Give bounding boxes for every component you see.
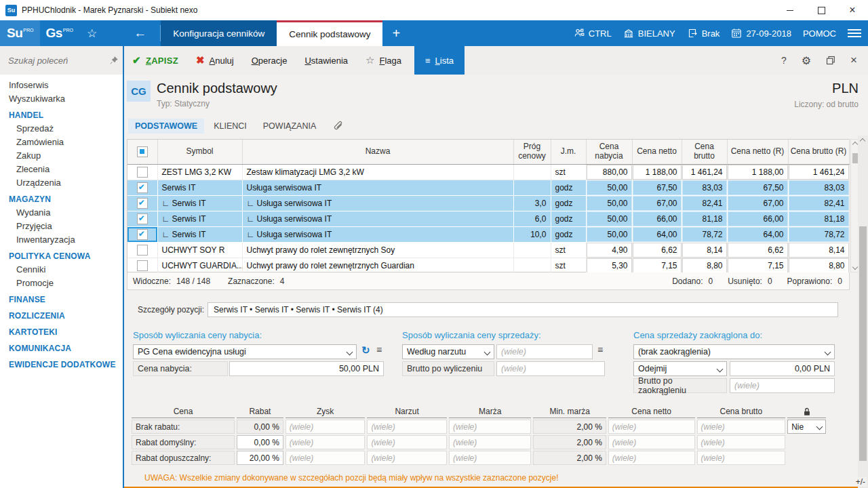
cell-cena-brutto[interactable]: 82,41: [682, 196, 727, 211]
pin-icon[interactable]: [110, 56, 118, 64]
user-ctrl-indicator[interactable]: CTRL: [574, 28, 612, 39]
hamburger-menu-icon[interactable]: [848, 29, 861, 37]
tab-podstawowe[interactable]: PODSTAWOWE: [128, 119, 204, 134]
flag-button[interactable]: ☆ Flaga: [357, 46, 410, 75]
col-cena-brutto-r[interactable]: Cena brutto (R): [788, 140, 849, 165]
help-menu[interactable]: POMOC: [803, 28, 836, 39]
minimize-button[interactable]: [774, 0, 806, 20]
table-row[interactable]: ZEST LMG 3,2 KW Zestaw klimatyzacji LMG …: [127, 165, 849, 180]
pt-zysk[interactable]: (wiele): [285, 435, 366, 449]
session-doc-indicator[interactable]: Brak: [687, 28, 720, 39]
cell-cena-brutto[interactable]: 1 461,24: [682, 165, 727, 180]
cell-cena-brutto[interactable]: 78,72: [682, 227, 727, 243]
subiekt-logo[interactable]: Su PRO: [0, 20, 40, 46]
panel1-menu-icon[interactable]: ≡: [376, 344, 382, 355]
col-jm[interactable]: J.m.: [551, 140, 586, 165]
sidebar-section-komunikacja[interactable]: KOMUNIKACJA: [0, 342, 123, 355]
gratyfikant-logo[interactable]: Gs PRO: [40, 20, 79, 46]
command-search[interactable]: [0, 46, 123, 75]
cell-cena-brutto-r[interactable]: 8,80: [788, 258, 849, 274]
cell-cena-netto-r[interactable]: 67,50: [727, 180, 788, 196]
rounding-mode-dropdown[interactable]: Odejmij: [633, 361, 727, 376]
pt-cena-netto[interactable]: (wiele): [608, 420, 695, 434]
col-symbol[interactable]: Symbol: [157, 140, 242, 165]
col-cena-brutto[interactable]: Cena brutto: [682, 140, 727, 165]
row-checkbox-cell[interactable]: [127, 180, 157, 196]
close-view-icon[interactable]: ×: [850, 54, 857, 67]
panel2-method-dropdown[interactable]: Według narzutu: [402, 344, 494, 359]
cell-cena-netto-r[interactable]: 64,00: [727, 227, 788, 243]
cell-cena-netto-r[interactable]: 6,62: [727, 243, 788, 258]
pt-marza[interactable]: (wiele): [449, 420, 532, 434]
row-checkbox[interactable]: [137, 229, 148, 240]
pt-rabat[interactable]: 20,00 %: [237, 451, 283, 465]
pt-cena-brutto[interactable]: (wiele): [697, 420, 786, 434]
pt-zysk[interactable]: (wiele): [285, 451, 366, 465]
back-arrow-icon[interactable]: ←: [105, 20, 160, 46]
pt-cena-netto[interactable]: (wiele): [608, 435, 695, 449]
table-row[interactable]: Serwis IT Usługa serwisowa IT godz 50,00…: [127, 180, 849, 196]
settings-menu-button[interactable]: Ustawienia: [296, 46, 357, 75]
cell-cena-netto-r[interactable]: 7,15: [727, 258, 788, 274]
sidebar-item-przyjecia[interactable]: Przyjęcia: [0, 220, 123, 233]
tab-powiazania[interactable]: POWIĄZANIA: [256, 119, 323, 134]
cell-cena-netto-r[interactable]: 1 188,00: [727, 165, 788, 180]
favorites-star-icon[interactable]: ☆: [79, 20, 105, 46]
purchase-price-field[interactable]: 50,00 PLN: [229, 361, 384, 376]
cell-cena-brutto[interactable]: 83,03: [682, 180, 727, 196]
panel2-menu-icon[interactable]: ≡: [597, 344, 603, 355]
cell-cena-nabycia[interactable]: 5,30: [586, 258, 632, 274]
row-checkbox-cell[interactable]: [127, 211, 157, 227]
col-cena-netto[interactable]: Cena netto: [632, 140, 682, 165]
row-checkbox[interactable]: [137, 182, 148, 193]
sidebar-item-wydania[interactable]: Wydania: [0, 206, 123, 220]
scroll-down-icon[interactable]: [852, 264, 858, 270]
new-tab-button[interactable]: +: [382, 20, 410, 46]
col-prog-cenowy[interactable]: Próg cenowy: [513, 140, 551, 165]
page-scrollbar-thumb[interactable]: [859, 226, 867, 461]
cell-cena-brutto[interactable]: 81,18: [682, 211, 727, 227]
row-checkbox-cell[interactable]: [127, 243, 157, 258]
sidebar-item-cenniki[interactable]: Cenniki: [0, 263, 123, 277]
cell-cena-nabycia[interactable]: 50,00: [586, 227, 632, 243]
sidebar-section-handel[interactable]: HANDEL: [0, 108, 123, 122]
scroll-up-icon[interactable]: [860, 138, 865, 144]
select-all-checkbox[interactable]: [137, 146, 148, 157]
search-input[interactable]: [7, 55, 110, 66]
pt-narzut[interactable]: (wiele): [367, 451, 447, 465]
pt-zysk[interactable]: (wiele): [285, 420, 366, 434]
cell-cena-brutto-r[interactable]: 8,14: [788, 243, 849, 258]
cell-cena-brutto-r[interactable]: 78,72: [788, 227, 849, 243]
close-button[interactable]: ×: [837, 0, 868, 20]
pt-marza[interactable]: (wiele): [449, 435, 532, 449]
branch-indicator[interactable]: BIELANY: [623, 28, 675, 39]
cell-cena-brutto[interactable]: 8,14: [682, 243, 727, 258]
sidebar-item-inwentaryzacja[interactable]: Inwentaryzacja: [0, 233, 123, 247]
tab-klienci[interactable]: KLIENCI: [207, 119, 254, 134]
cell-cena-netto[interactable]: 7,15: [632, 258, 682, 274]
sidebar-item-zamowienia[interactable]: Zamówienia: [0, 136, 123, 149]
pt-cena-brutto[interactable]: (wiele): [697, 435, 786, 449]
sidebar-section-rozliczenia[interactable]: ROZLICZENIA: [0, 309, 123, 323]
cascade-windows-icon[interactable]: [826, 56, 835, 65]
col-cena-nabycia[interactable]: Cena nabycia: [586, 140, 632, 165]
save-button[interactable]: ✔ ZAPISZ: [123, 46, 187, 75]
col-cena-netto-r[interactable]: Cena netto (R): [727, 140, 788, 165]
cell-cena-brutto-r[interactable]: 83,03: [788, 180, 849, 196]
rounding-amount-field[interactable]: 0,00 PLN: [730, 361, 835, 376]
cell-cena-nabycia[interactable]: 880,00: [586, 165, 632, 180]
refresh-icon[interactable]: ↻: [361, 344, 370, 357]
row-checkbox-cell[interactable]: [127, 196, 157, 211]
cell-cena-netto-r[interactable]: 67,00: [727, 196, 788, 211]
sidebar-item-zakup[interactable]: Zakup: [0, 149, 123, 163]
cell-cena-netto-r[interactable]: 66,00: [727, 211, 788, 227]
panel2-row-value-field[interactable]: (wiele): [496, 361, 605, 376]
row-checkbox-cell[interactable]: [127, 258, 157, 274]
pt-marza[interactable]: (wiele): [449, 451, 532, 465]
gear-icon[interactable]: ⚙: [802, 54, 811, 67]
cell-cena-netto[interactable]: 67,50: [632, 180, 682, 196]
sidebar-item-promocje[interactable]: Promocje: [0, 277, 123, 290]
nav-tab-cennik-podstawowy[interactable]: Cennik podstawowy: [277, 20, 382, 46]
sidebar-section-ewidencje-dodatkowe[interactable]: EWIDENCJE DODATKOWE: [0, 358, 123, 371]
sidebar-section-polityka-cenowa[interactable]: POLITYKA CENOWA: [0, 249, 123, 263]
